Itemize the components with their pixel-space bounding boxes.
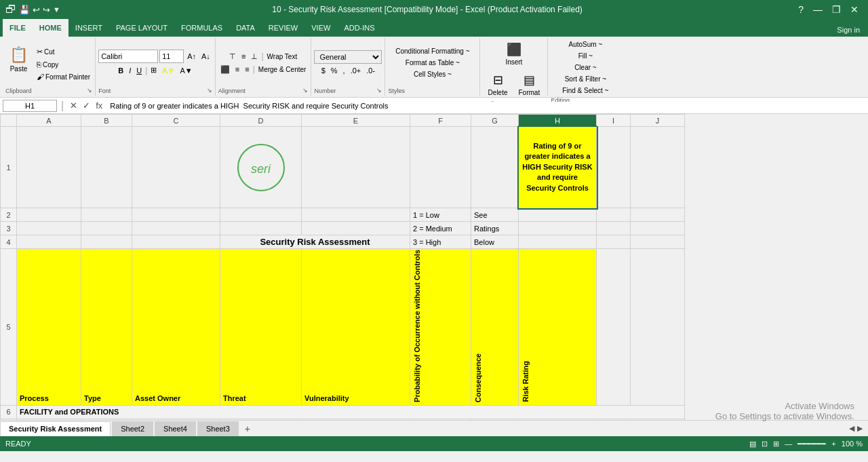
- zoom-in-icon[interactable]: +: [831, 440, 835, 448]
- cell-A3[interactable]: [17, 222, 81, 235]
- name-box[interactable]: [3, 100, 57, 112]
- copy-button[interactable]: ⎘ Copy: [35, 59, 92, 70]
- tab-review[interactable]: REVIEW: [262, 19, 304, 37]
- font-size-increase[interactable]: A↑: [185, 51, 198, 62]
- cell-D7[interactable]: Theft, Property Damage, Personal Injury: [220, 419, 302, 420]
- align-right-button[interactable]: ≡: [243, 64, 251, 75]
- cut-button[interactable]: ✂ Cut: [35, 46, 92, 58]
- cell-E5[interactable]: Vulnerability: [302, 249, 410, 406]
- merge-center-button[interactable]: Merge & Center: [256, 64, 309, 75]
- cell-D3[interactable]: [220, 222, 302, 235]
- row-header-1[interactable]: 1: [1, 127, 17, 208]
- cell-H7[interactable]: 9: [519, 419, 597, 420]
- cell-J4[interactable]: [631, 235, 685, 249]
- row-header-2[interactable]: 2: [1, 208, 17, 222]
- cell-I1[interactable]: [597, 127, 631, 208]
- spreadsheet[interactable]: A B C D E F G H I J 1: [0, 114, 868, 420]
- col-header-F[interactable]: F: [410, 115, 471, 127]
- cell-B5[interactable]: Type: [81, 249, 132, 406]
- cell-D5[interactable]: Threat: [220, 249, 302, 406]
- cell-F1[interactable]: [410, 127, 471, 208]
- cell-H1[interactable]: Rating of 9 or greater indicates a HIGH …: [519, 127, 597, 208]
- cell-B3[interactable]: [81, 222, 132, 235]
- number-expand[interactable]: ↘: [376, 87, 382, 94]
- close-button[interactable]: ✕: [846, 3, 863, 16]
- row-header-3[interactable]: 3: [1, 222, 17, 235]
- format-as-table-button[interactable]: Format as Table ~: [403, 58, 462, 68]
- font-expand[interactable]: ↘: [207, 87, 212, 94]
- formula-input[interactable]: [107, 102, 865, 110]
- cell-G1[interactable]: [471, 127, 519, 208]
- quick-access-redo[interactable]: ↪: [43, 5, 50, 15]
- cell-B1[interactable]: [81, 127, 132, 208]
- quick-access-undo[interactable]: ↩: [33, 5, 40, 15]
- cell-H4[interactable]: [519, 235, 597, 249]
- tab-data[interactable]: DATA: [229, 19, 262, 37]
- italic-button[interactable]: I: [127, 65, 133, 76]
- sort-filter-button[interactable]: Sort & Filter ~: [563, 74, 608, 84]
- cell-B7[interactable]: Facility: [81, 419, 132, 420]
- cell-E1[interactable]: [302, 127, 410, 208]
- tab-page-layout[interactable]: PAGE LAYOUT: [109, 19, 174, 37]
- clipboard-expand[interactable]: ↘: [87, 87, 92, 94]
- font-size-decrease[interactable]: A↓: [199, 51, 212, 62]
- col-header-I[interactable]: I: [597, 115, 631, 127]
- tab-home[interactable]: HOME: [33, 19, 68, 37]
- col-header-G[interactable]: G: [471, 115, 519, 127]
- tab-add-ins[interactable]: ADD-INS: [337, 19, 381, 37]
- cell-G3[interactable]: Ratings: [471, 222, 519, 235]
- col-header-B[interactable]: B: [81, 115, 132, 127]
- cell-J2[interactable]: [631, 208, 685, 222]
- paste-button[interactable]: 📋 Paste: [5, 43, 32, 75]
- zoom-out-icon[interactable]: —: [785, 440, 792, 448]
- cell-G4[interactable]: Below: [471, 235, 519, 249]
- tab-formulas[interactable]: FORMULAS: [174, 19, 229, 37]
- cell-I4[interactable]: [597, 235, 631, 249]
- cell-J1[interactable]: [631, 127, 685, 208]
- cell-H2[interactable]: [519, 208, 597, 222]
- cell-F4[interactable]: 3 = High: [410, 235, 471, 249]
- help-button[interactable]: ?: [794, 3, 808, 16]
- cell-H5[interactable]: Risk Rating: [519, 249, 597, 406]
- font-size-input[interactable]: [159, 50, 184, 63]
- format-button[interactable]: ▤ Format: [515, 70, 545, 99]
- tab-file[interactable]: FILE: [3, 19, 33, 37]
- cell-A5[interactable]: Process: [17, 249, 81, 406]
- clear-button[interactable]: Clear ~: [572, 62, 599, 73]
- comma-button[interactable]: ,: [341, 65, 347, 76]
- zoom-slider[interactable]: ━━━━━━: [797, 440, 826, 448]
- cell-G5[interactable]: Consequence: [471, 249, 519, 406]
- cell-A7[interactable]: Locks/Key Control: [17, 419, 81, 420]
- wrap-text-button[interactable]: Wrap Text: [265, 52, 300, 62]
- dec-decrease[interactable]: .0-: [364, 65, 377, 76]
- cell-I7[interactable]: [597, 419, 631, 420]
- minimize-button[interactable]: —: [809, 3, 827, 16]
- format-painter-button[interactable]: 🖌 Format Painter: [35, 71, 92, 82]
- col-header-A[interactable]: A: [17, 115, 81, 127]
- sheet-tab-sheet2[interactable]: Sheet2: [112, 421, 153, 436]
- cell-G7[interactable]: 3: [471, 419, 519, 420]
- insert-function-icon[interactable]: fx: [94, 100, 104, 111]
- cell-styles-button[interactable]: Cell Styles ~: [412, 69, 454, 79]
- cell-D1[interactable]: seri: [220, 127, 302, 208]
- cell-F7[interactable]: 3: [410, 419, 471, 420]
- cell-A1[interactable]: [17, 127, 81, 208]
- add-sheet-button[interactable]: +: [240, 421, 255, 436]
- border-button[interactable]: ⊞: [149, 64, 159, 76]
- cell-D2[interactable]: [220, 208, 302, 222]
- cell-C1[interactable]: [132, 127, 220, 208]
- quick-access-dropdown[interactable]: ▼: [53, 5, 60, 14]
- cell-C3[interactable]: [132, 222, 220, 235]
- cell-J3[interactable]: [631, 222, 685, 235]
- row-header-6[interactable]: 6: [1, 405, 17, 419]
- cancel-formula-icon[interactable]: ✕: [68, 100, 79, 111]
- align-middle-button[interactable]: ≡: [239, 51, 248, 62]
- cell-E7[interactable]: Unlocked facility, Human Error, Unauthor…: [302, 419, 410, 420]
- restore-button[interactable]: ❐: [828, 3, 845, 16]
- cell-B2[interactable]: [81, 208, 132, 222]
- cell-F5[interactable]: Probability of Occurrence without Contro…: [410, 249, 471, 406]
- cell-F2[interactable]: 1 = Low: [410, 208, 471, 222]
- cell-B4[interactable]: [81, 235, 132, 249]
- tab-insert[interactable]: INSERT: [68, 19, 109, 37]
- percent-button[interactable]: %: [329, 65, 340, 76]
